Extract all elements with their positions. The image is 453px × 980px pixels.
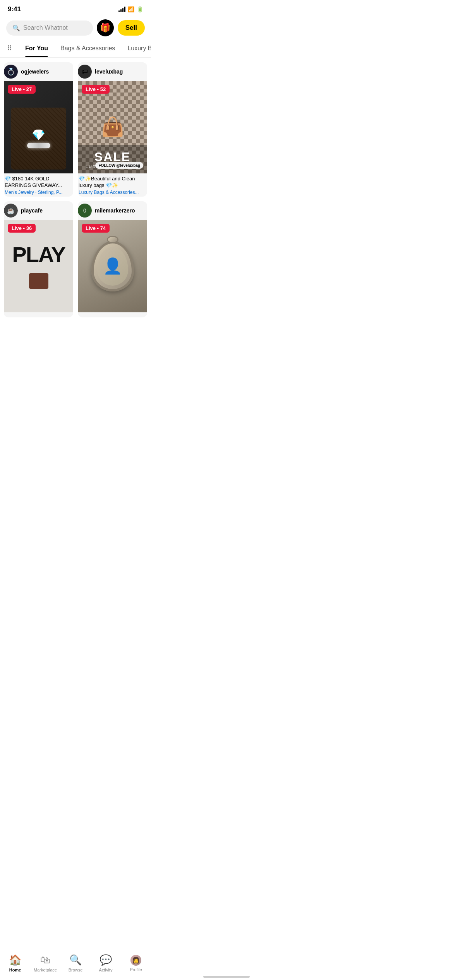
seller-avatar: 💍 — [4, 65, 18, 79]
card-category: Men's Jewelry · Sterling, P... — [5, 190, 72, 195]
status-icons: 📶 🔋 — [118, 6, 143, 12]
battery-icon: 🔋 — [137, 6, 143, 12]
card-image: Live • 52 👜 SALE LUXURY HANDBAGS FOLLOW … — [78, 81, 147, 173]
card-category: Luxury Bags & Accessories... — [79, 190, 146, 195]
card-title: 💎 $180 14K GOLD EARRINGS GIVEAWAY... — [5, 176, 72, 189]
seller-name: playcafe — [21, 207, 43, 214]
gift-button[interactable]: 🎁 — [97, 19, 114, 36]
card-description — [78, 312, 147, 317]
follow-tag: FOLLOW @leveluxbag — [95, 162, 143, 169]
card-visual: PLAY — [4, 220, 73, 312]
card-visual: 👜 SALE LUXURY HANDBAGS FOLLOW @leveluxba… — [78, 81, 147, 173]
card-image: Live • 36 PLAY — [4, 220, 73, 312]
card-title: 💎✨Beautiful and Clean luxury bags 💎✨ — [79, 176, 146, 189]
card-description — [4, 312, 73, 317]
seller-info: ☕ playcafe — [4, 201, 73, 220]
card-image: Live • 74 👤 — [78, 220, 147, 312]
live-badge: Live • 36 — [8, 224, 36, 233]
card-visual: 💎 — [4, 81, 73, 173]
play-text: PLAY — [12, 244, 65, 266]
live-card-leveluxbag[interactable]: 🏷 leveluxbag Live • 52 👜 SALE LUXURY HAN… — [78, 62, 147, 197]
seller-avatar: 0 — [78, 204, 92, 218]
seller-name: milemarkerzero — [95, 207, 135, 214]
tab-luxury-bags[interactable]: Luxury Bags — [121, 39, 151, 57]
seller-info: 0 milemarkerzero — [78, 201, 147, 220]
seller-info: 💍 ogjewelers — [4, 62, 73, 81]
signal-icon — [118, 7, 125, 12]
live-grid: 💍 ogjewelers Live • 27 💎 — [0, 58, 151, 322]
live-badge: Live • 52 — [82, 85, 110, 94]
gift-icon: 🎁 — [100, 23, 110, 33]
tab-for-you[interactable]: For You — [19, 39, 54, 57]
wifi-icon: 📶 — [128, 6, 134, 12]
tabs-menu-icon[interactable]: ⠿ — [3, 39, 16, 57]
live-card-milemarkerzero[interactable]: 0 milemarkerzero Live • 74 👤 — [78, 201, 147, 317]
seller-avatar: ☕ — [4, 204, 18, 218]
search-input[interactable]: Search Whatnot — [23, 24, 68, 31]
seller-name: ogjewelers — [21, 69, 49, 75]
sale-overlay: SALE LUXURY HANDBAGS — [78, 145, 147, 173]
search-container: 🔍 Search Whatnot 🎁 Sell — [0, 16, 151, 39]
seller-info: 🏷 leveluxbag — [78, 62, 147, 81]
sell-button[interactable]: Sell — [118, 20, 145, 36]
search-bar[interactable]: 🔍 Search Whatnot — [6, 21, 93, 36]
tab-bags-accessories[interactable]: Bags & Accessories — [54, 39, 121, 57]
category-tabs: ⠿ For You Bags & Accessories Luxury Bags — [0, 39, 151, 58]
seller-name: leveluxbag — [95, 69, 123, 75]
live-card-ogjewelers[interactable]: 💍 ogjewelers Live • 27 💎 — [4, 62, 73, 197]
live-badge: Live • 27 — [8, 85, 36, 94]
card-description: 💎 $180 14K GOLD EARRINGS GIVEAWAY... Men… — [4, 173, 73, 197]
card-visual: 👤 — [78, 220, 147, 312]
live-card-playcafe[interactable]: ☕ playcafe Live • 36 PLAY — [4, 201, 73, 317]
card-description: 💎✨Beautiful and Clean luxury bags 💎✨ Lux… — [78, 173, 147, 197]
card-image: Live • 27 💎 — [4, 81, 73, 173]
status-time: 9:41 — [8, 5, 21, 13]
status-bar: 9:41 📶 🔋 — [0, 0, 151, 16]
search-icon: 🔍 — [12, 24, 20, 32]
seller-avatar: 🏷 — [78, 65, 92, 79]
live-badge: Live • 74 — [82, 224, 110, 233]
